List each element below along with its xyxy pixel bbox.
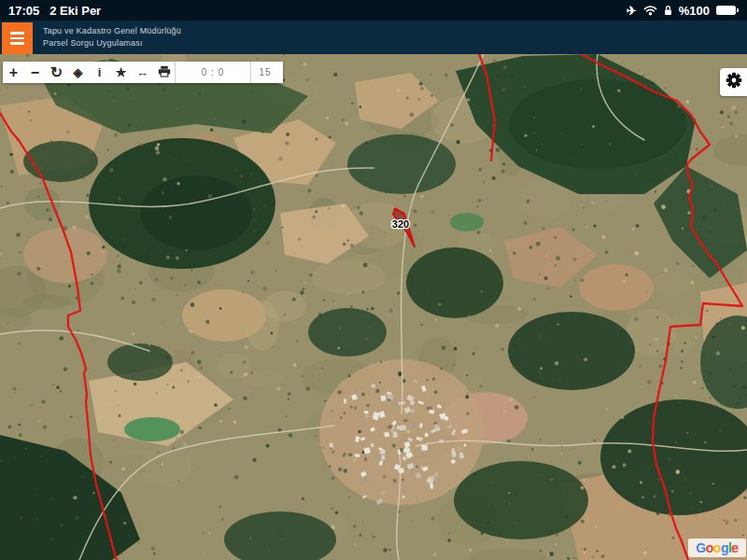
parcel-320-label: 320: [392, 218, 409, 230]
refresh-button[interactable]: ↻: [46, 62, 67, 83]
print-button[interactable]: [153, 62, 175, 83]
minus-icon: −: [31, 65, 39, 80]
locate-button[interactable]: ◈: [67, 62, 89, 83]
star-icon: ★: [116, 66, 127, 78]
measure-button[interactable]: ↔: [132, 62, 153, 83]
status-bar: 17:05 2 Eki Per ✈ %100: [0, 0, 747, 21]
info-icon: i: [98, 66, 102, 78]
date-text: 2 Eki Per: [49, 4, 101, 18]
map-canvas[interactable]: 320: [0, 54, 747, 560]
battery-icon: [716, 6, 739, 15]
clock-text: 17:05: [8, 4, 39, 18]
refresh-icon: ↻: [50, 65, 63, 80]
crosshair-icon: ◈: [74, 66, 83, 78]
favorites-button[interactable]: ★: [110, 62, 132, 83]
gear-icon: [726, 72, 742, 92]
zoom-out-button[interactable]: −: [24, 62, 46, 83]
arrows-horizontal-icon: ↔: [136, 66, 148, 78]
google-logo-letter: o: [706, 540, 713, 555]
satellite-imagery: 320: [0, 54, 747, 560]
zoom-level-readout: 15: [251, 62, 279, 83]
google-logo-letter: e: [731, 540, 738, 555]
map-toolbar: + − ↻ ◈ i ★ ↔ 0 : 0 15: [3, 62, 283, 83]
app-title-line1: Tapu ve Kadastro Genel Müdürlüğü: [43, 25, 181, 37]
app-header: Tapu ve Kadastro Genel Müdürlüğü Parsel …: [0, 21, 747, 54]
google-logo-letter: g: [721, 540, 728, 555]
google-logo-letter: G: [696, 540, 705, 555]
info-button[interactable]: i: [89, 62, 110, 83]
google-logo-letter: o: [713, 540, 721, 555]
wifi-icon: [643, 5, 657, 16]
settings-button[interactable]: [720, 68, 747, 96]
google-logo[interactable]: G o o g l e: [688, 539, 746, 557]
app-title: Tapu ve Kadastro Genel Müdürlüğü Parsel …: [43, 25, 181, 49]
coordinates-readout: 0 : 0: [176, 62, 250, 83]
airplane-mode-icon: ✈: [627, 5, 637, 17]
printer-icon: [158, 64, 171, 81]
lock-icon: [664, 5, 672, 16]
hamburger-icon: [10, 32, 24, 34]
battery-percent-text: %100: [679, 4, 710, 18]
app-title-line2: Parsel Sorgu Uygulaması: [43, 37, 181, 49]
hamburger-menu-button[interactable]: [2, 22, 33, 54]
zoom-in-button[interactable]: +: [3, 62, 24, 83]
plus-icon: +: [9, 65, 18, 80]
app-screen: 17:05 2 Eki Per ✈ %100: [0, 0, 747, 560]
